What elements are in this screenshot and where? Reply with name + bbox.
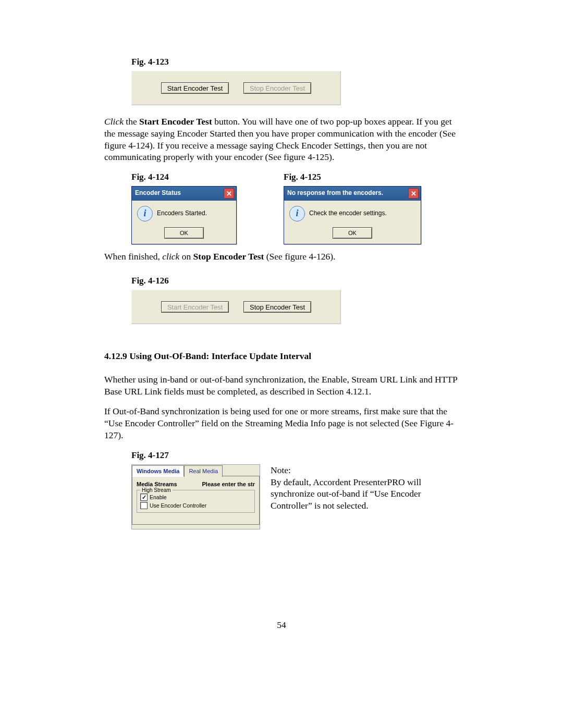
high-stream-group: High Stream ✓ Enable Use Encoder Control… [137, 490, 255, 513]
dialog-footer: OK [284, 225, 421, 244]
start-encoder-test-button: Start Encoder Test [161, 301, 229, 313]
figure-4-126: Fig. 4-126 Start Encoder Test Stop Encod… [131, 275, 464, 324]
dialog-footer: OK [132, 225, 236, 244]
figure-label: Fig. 4-126 [131, 275, 464, 287]
figure-4-127-label-block: Fig. 4-127 [131, 450, 464, 461]
enable-checkbox[interactable]: ✓ [140, 493, 148, 501]
no-response-dialog: No response from the encoders. ✕ i Check… [284, 186, 421, 244]
note-column: Note: By default, Accordent PresenterPRO… [271, 464, 458, 512]
figure-4-124: Fig. 4-124 Encoder Status ✕ i Encoders S… [131, 171, 237, 244]
figure-4-125: Fig. 4-125 No response from the encoders… [284, 171, 421, 244]
dialog-figures-row: Fig. 4-124 Encoder Status ✕ i Encoders S… [131, 171, 464, 244]
stop-encoder-test-button[interactable]: Stop Encoder Test [243, 301, 311, 313]
tab-real-media[interactable]: Real Media [184, 465, 223, 477]
group-title: High Stream [140, 487, 173, 493]
dialog-titlebar: No response from the encoders. ✕ [284, 187, 421, 201]
instruction-paragraph-1: Click the Start Encoder Test button. You… [104, 116, 464, 163]
ok-button[interactable]: OK [333, 227, 372, 239]
dialog-title-text: No response from the encoders. [287, 189, 383, 198]
page-number: 54 [0, 619, 563, 631]
dialog-title-text: Encoder Status [135, 189, 181, 198]
dialog-message: Encoders Started. [157, 209, 207, 218]
dialog-message: Check the encoder settings. [309, 209, 387, 218]
streaming-media-panel: Windows Media Real Media Media Streams P… [131, 464, 260, 529]
stream-prompt: Please enter the str [202, 480, 255, 488]
instruction-paragraph-2: When finished, click on Stop Encoder Tes… [104, 251, 464, 263]
figure-label: Fig. 4-127 [131, 450, 464, 461]
encoder-test-toolbar: Start Encoder Test Stop Encoder Test [131, 71, 341, 105]
enable-label: Enable [150, 494, 167, 501]
close-icon[interactable]: ✕ [224, 188, 234, 199]
use-encoder-controller-label: Use Encoder Controller [150, 502, 206, 510]
figure-label: Fig. 4-125 [284, 171, 421, 183]
info-icon: i [289, 206, 305, 221]
ok-button[interactable]: OK [164, 227, 204, 239]
dialog-body: i Check the encoder settings. [284, 201, 421, 225]
click-word: click [162, 251, 179, 262]
click-word: Click [104, 116, 124, 127]
note-text: By default, Accordent PresenterPRO will … [271, 476, 458, 512]
figure-4-127: Windows Media Real Media Media Streams P… [131, 464, 464, 529]
figure-4-123: Fig. 4-123 Start Encoder Test Stop Encod… [131, 56, 464, 105]
body-paragraph: Whether using in-band or out-of-band syn… [104, 374, 464, 398]
start-encoder-test-label: Start Encoder Test [139, 116, 212, 127]
close-icon[interactable]: ✕ [408, 188, 419, 199]
tab-panel: Media Streams Please enter the str High … [132, 476, 260, 525]
dialog-body: i Encoders Started. [132, 201, 236, 225]
section-heading: 4.12.9 Using Out-Of-Band: Interface Upda… [104, 350, 464, 362]
body-paragraph: If Out-of-Band synchronization is being … [104, 405, 464, 441]
stop-encoder-test-label: Stop Encoder Test [193, 251, 264, 262]
media-tabs: Windows Media Real Media [132, 465, 260, 476]
dialog-titlebar: Encoder Status ✕ [132, 187, 236, 201]
start-encoder-test-button[interactable]: Start Encoder Test [161, 82, 229, 94]
info-icon: i [137, 206, 153, 221]
figure-label: Fig. 4-124 [131, 171, 237, 183]
figure-label: Fig. 4-123 [131, 56, 464, 68]
use-encoder-controller-checkbox[interactable] [140, 502, 148, 509]
stop-encoder-test-button: Stop Encoder Test [243, 82, 311, 94]
encoder-status-dialog: Encoder Status ✕ i Encoders Started. OK [131, 186, 237, 244]
tab-windows-media[interactable]: Windows Media [132, 465, 184, 477]
encoder-test-toolbar: Start Encoder Test Stop Encoder Test [131, 290, 341, 324]
note-label: Note: [271, 464, 458, 476]
